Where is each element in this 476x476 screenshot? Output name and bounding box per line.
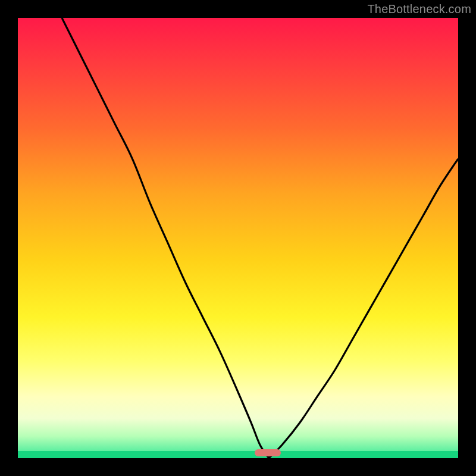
green-baseline-strip [18, 451, 458, 458]
bottleneck-marker [255, 449, 281, 456]
curve-left-branch [62, 18, 269, 458]
bottleneck-curve [18, 18, 458, 458]
curve-right-branch [269, 159, 458, 458]
chart-stage: TheBottleneck.com [0, 0, 476, 476]
plot-area [18, 18, 458, 458]
watermark-text: TheBottleneck.com [367, 2, 471, 16]
